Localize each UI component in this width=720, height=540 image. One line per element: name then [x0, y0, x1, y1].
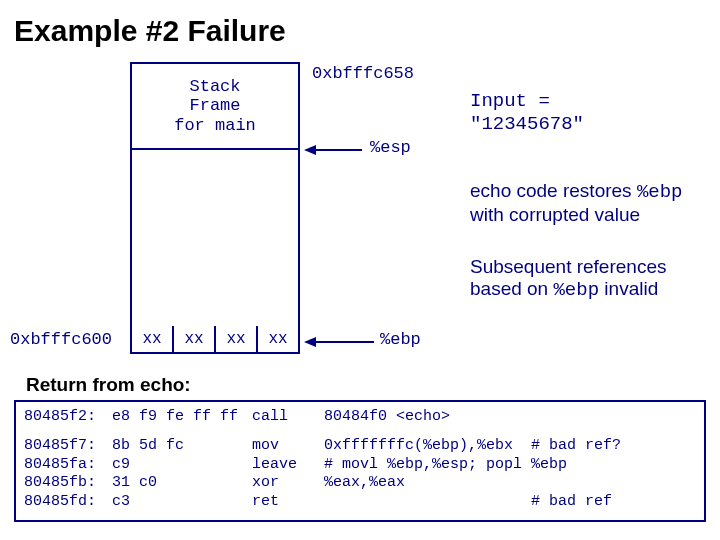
address-top: 0xbfffc658	[312, 64, 414, 83]
asm-args: # bad ref	[324, 493, 696, 512]
note-invalid: Subsequent references based on %ebp inva…	[470, 256, 666, 302]
stack-gap	[130, 150, 300, 326]
asm-args: 0xfffffffc(%ebp),%ebx # bad ref?	[324, 437, 696, 456]
asm-bytes: 31 c0	[112, 474, 252, 493]
return-label: Return from echo:	[26, 374, 191, 396]
note2-b: based on	[470, 278, 553, 299]
asm-bytes: c3	[112, 493, 252, 512]
ebp-label: %ebp	[380, 330, 421, 349]
arrow-ebp	[304, 335, 376, 349]
asm-args: 80484f0 <echo>	[324, 408, 696, 427]
asm-bytes: e8 f9 fe ff ff	[112, 408, 252, 427]
stack-diagram: Stack Frame for main xx xx xx xx	[130, 62, 300, 354]
esp-label: %esp	[370, 138, 411, 157]
asm-bytes: c9	[112, 456, 252, 475]
note2-d: invalid	[599, 278, 658, 299]
asm-mnem: ret	[252, 493, 324, 512]
asm-row-0: 80485f2: e8 f9 fe ff ff call 80484f0 <ec…	[24, 408, 696, 427]
svg-marker-1	[304, 145, 316, 155]
asm-row-3: 80485fb: 31 c0 xor %eax,%eax	[24, 474, 696, 493]
stack-ebp-row: xx xx xx xx	[130, 326, 300, 354]
asm-addr: 80485fa:	[24, 456, 112, 475]
note2-a: Subsequent references	[470, 256, 666, 277]
asm-addr: 80485f2:	[24, 408, 112, 427]
asm-row-2: 80485fa: c9 leave # movl %ebp,%esp; popl…	[24, 456, 696, 475]
stack-cell-2: xx	[216, 326, 258, 352]
asm-row-4: 80485fd: c3 ret # bad ref	[24, 493, 696, 512]
asm-mnem: xor	[252, 474, 324, 493]
asm-bytes: 8b 5d fc	[112, 437, 252, 456]
note2-ebp: %ebp	[553, 279, 599, 301]
note1-c: with corrupted value	[470, 204, 640, 225]
asm-listing: 80485f2: e8 f9 fe ff ff call 80484f0 <ec…	[14, 400, 706, 522]
asm-args: # movl %ebp,%esp; popl %ebp	[324, 456, 696, 475]
arrow-esp	[304, 143, 364, 157]
asm-addr: 80485fd:	[24, 493, 112, 512]
asm-mnem: leave	[252, 456, 324, 475]
note1-ebp: %ebp	[637, 181, 683, 203]
note1-a: echo code restores	[470, 180, 637, 201]
svg-marker-3	[304, 337, 316, 347]
input-label: Input =	[470, 90, 584, 113]
asm-addr: 80485fb:	[24, 474, 112, 493]
asm-mnem: call	[252, 408, 324, 427]
stack-cell-1: xx	[174, 326, 216, 352]
stack-frame-main: Stack Frame for main	[130, 62, 300, 150]
stack-frame-main-label: Stack Frame for main	[174, 77, 256, 136]
input-block: Input = "12345678"	[470, 90, 584, 136]
address-ebp: 0xbfffc600	[10, 330, 112, 349]
asm-addr: 80485f7:	[24, 437, 112, 456]
input-value: "12345678"	[470, 113, 584, 136]
stack-cell-3: xx	[258, 326, 298, 352]
stack-cell-0: xx	[132, 326, 174, 352]
slide-title: Example #2 Failure	[0, 0, 720, 48]
asm-mnem: mov	[252, 437, 324, 456]
asm-row-1: 80485f7: 8b 5d fc mov 0xfffffffc(%ebp),%…	[24, 437, 696, 456]
asm-args: %eax,%eax	[324, 474, 696, 493]
note-restore: echo code restores %ebp with corrupted v…	[470, 180, 682, 226]
